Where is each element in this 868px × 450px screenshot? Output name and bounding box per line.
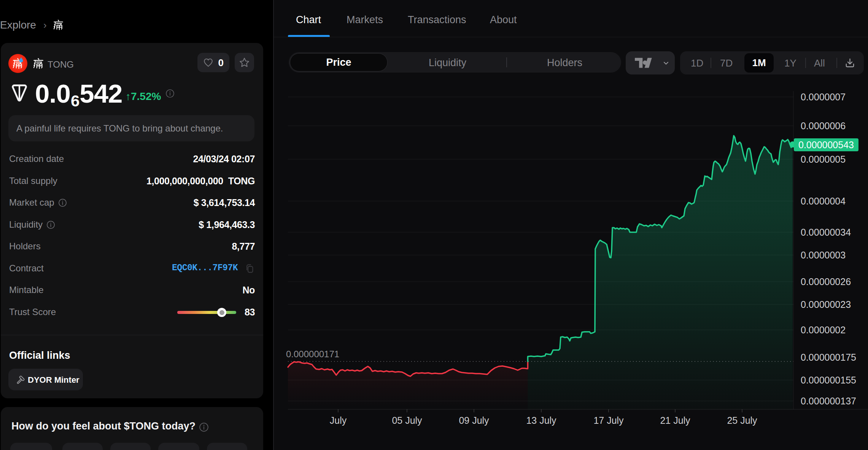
- svg-text:0.00000023: 0.00000023: [801, 299, 851, 310]
- svg-text:05 July: 05 July: [392, 415, 422, 426]
- svg-text:0.000000175: 0.000000175: [801, 352, 856, 363]
- svg-text:0.000000543: 0.000000543: [798, 139, 854, 150]
- svg-text:0.0000002: 0.0000002: [801, 325, 846, 335]
- svg-text:25 July: 25 July: [727, 415, 757, 426]
- svg-text:21 July: 21 July: [660, 415, 690, 426]
- svg-text:0.00000034: 0.00000034: [801, 227, 851, 238]
- svg-text:0.000000171: 0.000000171: [286, 349, 339, 359]
- svg-text:0.00000026: 0.00000026: [801, 276, 851, 287]
- svg-text:17 July: 17 July: [593, 415, 624, 426]
- svg-text:July: July: [330, 415, 347, 426]
- svg-text:13 July: 13 July: [526, 415, 556, 426]
- svg-text:0.000000155: 0.000000155: [801, 375, 856, 385]
- svg-text:0.000000137: 0.000000137: [801, 396, 856, 406]
- svg-text:0.0000003: 0.0000003: [801, 250, 846, 260]
- svg-text:0.0000005: 0.0000005: [801, 154, 846, 165]
- svg-text:0.0000007: 0.0000007: [801, 92, 846, 102]
- svg-text:0.0000004: 0.0000004: [801, 196, 846, 206]
- svg-text:0.0000006: 0.0000006: [801, 120, 846, 131]
- svg-text:09 July: 09 July: [459, 415, 489, 426]
